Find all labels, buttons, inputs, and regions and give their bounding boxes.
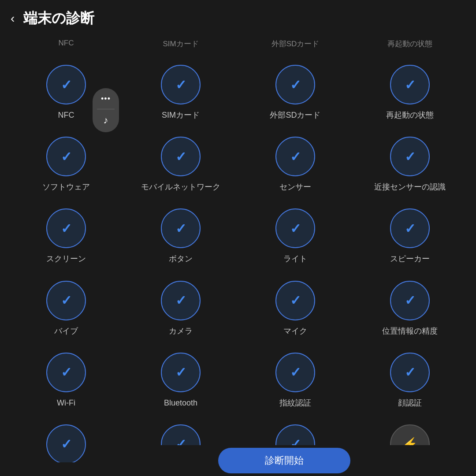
check-icon: ✓ <box>405 364 416 380</box>
check-icon: ✓ <box>175 77 186 93</box>
grid-item[interactable]: ✓Bluetooth <box>123 345 238 416</box>
grid-item[interactable]: ✓外部SDカード <box>238 57 353 129</box>
check-icon: ✓ <box>290 77 301 93</box>
check-icon: ✓ <box>61 77 72 93</box>
status-circle: ✓ <box>161 137 201 176</box>
check-icon: ✓ <box>290 149 301 164</box>
item-label: バイブ <box>54 326 78 337</box>
status-circle: ✓ <box>46 424 86 462</box>
bottom-bar: 診断開始 <box>93 445 476 476</box>
check-icon: ✓ <box>405 77 416 93</box>
diagnostic-grid: ✓NFC✓SIMカード✓外部SDカード✓再起動の状態✓ソフトウェア✓モバイルネッ… <box>0 52 476 462</box>
check-icon: ✓ <box>175 221 186 236</box>
item-label: 近接センサーの認識 <box>374 182 446 193</box>
column-headers: NFC SIMカード 外部SDカード 再起動の状態 <box>0 35 476 52</box>
status-circle: ✓ <box>390 65 430 104</box>
grid-item[interactable]: ✓スクリーン <box>9 201 123 272</box>
status-circle: ✓ <box>46 281 86 320</box>
music-icon[interactable]: ♪ <box>104 115 108 126</box>
check-icon: ✓ <box>61 293 72 308</box>
item-label: 再起動の状態 <box>386 110 434 121</box>
item-label: Bluetooth <box>164 398 197 409</box>
col-header-sd: 外部SDカード <box>238 35 353 52</box>
check-icon: ✓ <box>290 221 301 236</box>
item-label: 位置情報の精度 <box>382 326 438 337</box>
status-circle: ✓ <box>46 137 86 176</box>
item-label: 外部SDカード <box>270 110 320 121</box>
col-header-sim: SIMカード <box>123 35 238 52</box>
grid-item[interactable]: ✓カメラ <box>123 273 238 345</box>
check-icon: ✓ <box>175 149 186 164</box>
status-circle: ✓ <box>390 137 430 176</box>
grid-item[interactable]: ✓位置情報の精度 <box>353 273 467 345</box>
grid-item[interactable]: ✓近接センサーの認識 <box>353 129 467 201</box>
status-circle: ✓ <box>161 281 201 320</box>
item-label: モバイルネットワーク <box>141 182 220 193</box>
check-icon: ✓ <box>405 293 416 308</box>
status-circle: ✓ <box>275 65 315 104</box>
item-label: センサー <box>279 182 311 193</box>
grid-item[interactable]: ✓再起動の状態 <box>353 57 467 129</box>
item-label: 指紋認証 <box>279 398 311 409</box>
divider <box>97 109 115 109</box>
status-circle: ✓ <box>275 353 315 392</box>
check-icon: ✓ <box>175 293 186 308</box>
item-label: Wi-Fi <box>57 398 75 409</box>
check-icon: ✓ <box>405 149 416 164</box>
check-icon: ✓ <box>61 436 72 452</box>
page-title: 端末の診断 <box>23 9 94 28</box>
grid-item[interactable]: ✓指紋認証 <box>238 345 353 416</box>
status-circle: ✓ <box>161 353 201 392</box>
grid-item[interactable]: ✓モバイルネットワーク <box>123 129 238 201</box>
check-icon: ✓ <box>290 364 301 380</box>
status-circle: ✓ <box>46 208 86 248</box>
item-label: NFC <box>58 110 74 121</box>
item-label: ライト <box>283 253 307 264</box>
check-icon: ✓ <box>61 149 72 164</box>
diagnose-button[interactable]: 診断開始 <box>218 448 350 473</box>
grid-item[interactable]: ✓ボタン <box>123 201 238 272</box>
col-header-nfc: NFC <box>9 35 123 52</box>
status-circle: ✓ <box>161 208 201 248</box>
grid-item[interactable]: ✓スピーカー <box>353 201 467 272</box>
item-label: カメラ <box>169 326 193 337</box>
status-circle: ✓ <box>390 353 430 392</box>
check-icon: ✓ <box>61 221 72 236</box>
item-label: SIMカード <box>162 110 200 121</box>
grid-item[interactable]: ✓バイブ <box>9 273 123 345</box>
item-label: 顔認証 <box>398 398 422 409</box>
status-circle: ✓ <box>275 208 315 248</box>
check-icon: ✓ <box>290 293 301 308</box>
back-button[interactable]: ‹ <box>11 11 15 26</box>
more-options-icon[interactable]: ••• <box>101 94 111 104</box>
header: ‹ 端末の診断 <box>0 0 476 35</box>
status-circle: ✓ <box>390 281 430 320</box>
status-circle: ✓ <box>275 281 315 320</box>
status-circle: ✓ <box>46 353 86 392</box>
item-label: ボタン <box>169 253 193 264</box>
status-circle: ✓ <box>161 65 201 104</box>
col-header-reboot: 再起動の状態 <box>353 35 467 52</box>
floating-panel: ••• ♪ <box>93 88 119 132</box>
item-label: マイク <box>283 326 307 337</box>
check-icon: ✓ <box>175 364 186 380</box>
check-icon: ✓ <box>405 221 416 236</box>
status-circle: ✓ <box>390 208 430 248</box>
grid-item[interactable]: ✓センサー <box>238 129 353 201</box>
status-circle: ✓ <box>275 137 315 176</box>
grid-item[interactable]: ✓SIMカード <box>123 57 238 129</box>
grid-item[interactable]: ✓顔認証 <box>353 345 467 416</box>
grid-item[interactable]: ✓ソフトウェア <box>9 129 123 201</box>
grid-item[interactable]: ✓Wi-Fi <box>9 345 123 416</box>
check-icon: ✓ <box>61 364 72 380</box>
status-circle: ✓ <box>46 65 86 104</box>
grid-item[interactable]: ✓マイク <box>238 273 353 345</box>
item-label: ソフトウェア <box>42 182 90 193</box>
item-label: スクリーン <box>46 253 86 264</box>
item-label: スピーカー <box>390 253 430 264</box>
grid-item[interactable]: ✓ライト <box>238 201 353 272</box>
